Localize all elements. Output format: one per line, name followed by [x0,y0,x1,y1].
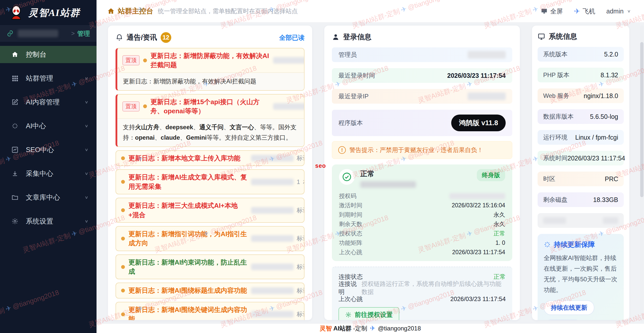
footer: 灵智AI站群-定制 ✈ @tiangong2018 [97,323,644,333]
sidebar-item-label: 文章库中心 [26,193,60,202]
row-label: Web 服务 [543,92,570,100]
notice-item[interactable]: 更新日志：新增AI围绕标题生成内容功能 标记已读 ∨ [116,283,305,298]
system-title: 系统信息 [549,32,577,41]
notices-title: 通告/资讯 [127,33,157,42]
sidebar-item-label: 站群管理 [26,74,53,83]
row-value: 授权链路运行正常，系统将自动维护后续心跳与功能数据 [362,280,506,296]
row-label: 管理员 [338,51,357,59]
redacted-label [543,217,566,224]
row-value: 正常 [494,230,505,237]
sidebar-item-console[interactable]: 控制台 [0,46,97,63]
system-row: 系统版本5.2.0 [538,47,624,62]
system-row: 时区PRC [538,172,624,186]
notice-date-redacted [251,155,294,161]
mark-read-link[interactable]: 标记已读 [303,178,305,186]
notice-date-redacted [251,207,294,214]
row-value: 2026/03/23 11:17:54 [450,295,506,303]
chevron-down-icon: ∨ [85,124,88,128]
mark-read-link[interactable]: 标记已读 [297,206,305,214]
notice-date-redacted [273,103,305,110]
notice-title: 更新日志：新增防屏蔽功能，有效解决AI拦截问题 [150,51,270,70]
row-label: 系统版本 [543,50,567,58]
system-row: 数据库版本5.6.50-log [538,109,624,124]
mark-all-read-link[interactable]: 全部已读 [279,33,305,42]
license-rows: 授权码激活时间2026/03/22 15:16:04到期时间永久剩余天数永久授权… [339,191,505,257]
home-icon [107,7,115,15]
page-subtitle: 统一管理全部站点，需单独配置时在页面内选择站点 [158,7,298,15]
scrollbar-thumb[interactable] [640,42,643,197]
link-icon [7,30,14,37]
user-menu[interactable]: admin ∨ [606,8,631,15]
site-manage-link[interactable]: 管理 [77,29,90,38]
promo-pill[interactable]: 持续在线更新 [544,300,594,315]
system-row: 运行环境Linux / fpm-fcgi [538,130,624,145]
mark-read-link[interactable]: 标记已读 [297,287,305,295]
row-value: 2026/03/23 11:17:54 [567,155,625,162]
row-value: Linux / fpm-fcgi [575,134,618,141]
seo-mark: seo [315,162,326,169]
gear-icon [345,311,352,318]
sidebar-item-label: 采集中心 [26,169,53,178]
notice-date-redacted [251,179,294,185]
system-row [538,213,624,228]
row-value: 永久 [494,220,505,228]
sidebar-item-label: AI内容管理 [26,98,60,107]
bullet-dot [121,265,125,269]
bullet-dot [121,237,125,240]
row-value: PRC [605,175,618,183]
info-row: 上次心跳2026/03/23 11:17:54 [339,248,505,257]
mark-read-link[interactable]: 标记已读 [297,310,305,318]
info-row: 到期时间永久 [339,210,505,219]
sidebar-item-sites[interactable]: 站群管理 ∨ [0,70,97,87]
notice-item[interactable]: 更新日志：新增本地文章上传入库功能 标记已读 ∨ [116,150,305,166]
mark-read-link[interactable]: 标记已读 [297,234,305,243]
chevron-down-icon: ∨ [85,100,88,104]
row-label: 授权码 [339,192,356,200]
row-label: 激活时间 [339,201,362,209]
home-icon [11,51,19,58]
login-title: 登录信息 [343,32,371,42]
notice-item[interactable]: 置顶 更新日志：新增防屏蔽功能，有效解决AI拦截问题 标记已读 ∧ 更新日志：新… [116,48,305,91]
row-value: nginx/1.18.0 [584,92,618,100]
vertical-scrollbar[interactable] [640,25,643,322]
notice-title: 更新日志：新增本地文章上传入库功能 [128,154,248,163]
system-rows: 系统版本5.2.0PHP 版本8.1.32Web 服务nginx/1.18.0数… [538,47,624,228]
notice-item[interactable]: 更新日志：新增AI约束词功能，防止乱生成 标记已读 ∨ [116,254,305,280]
sidebar-item-aicontent[interactable]: AI内容管理 ∨ [0,94,97,111]
notice-item[interactable]: 更新日志：新增三大生成模式AI+本地+混合 标记已读 ∨ [116,198,305,223]
sidebar-item-seo[interactable]: SEO中心 ∨ [0,141,97,158]
login-rows: 管理员最近登录时间2026/03/23 11:17:54最近登录IP程序版本鸿鹄… [332,47,512,136]
user-name: admin [606,8,623,15]
row-label: 功能矩阵 [339,239,362,247]
connection-rows: 连接状态正常连接说明授权链路运行正常，系统将自动维护后续心跳与功能数据上次心跳2… [338,271,506,305]
bullet-dot [143,59,147,62]
notice-item[interactable]: 更新日志：新增AI生成文章入库模式、复用无需采集 1标记已读 ∨ [116,169,305,194]
notice-item[interactable]: 更新日志：新增指引词功能，为AI指引生成方向 标记已读 ∨ [116,226,305,251]
notice-date-tail: 1 [297,178,300,186]
monitor-icon [541,8,548,15]
auth-settings-button[interactable]: 前往授权设置 [338,307,399,320]
chevron-down-icon: ∨ [85,76,88,81]
spark-icon [544,241,551,248]
notice-title: 更新日志：新增AI生成文章入库模式、复用无需采集 [128,173,248,191]
mark-read-link[interactable]: 标记已读 [297,263,305,271]
notice-body: 支持火山方舟、deepseek、通义千问、文言一心、等等。国外支持：openai… [117,118,304,146]
sidebar-item-settings[interactable]: 系统设置 ∨ [0,213,97,230]
notice-item[interactable]: 更新日志：新增AI围绕关键词生成内容功能 标记已读 ∨ [116,302,305,320]
notice-title: 更新日志：新增AI围绕关键词生成内容功能 [128,305,248,320]
sidebar-item-collect[interactable]: 采集中心 ∨ [0,165,97,182]
sidebar-item-library[interactable]: 文章库中心 ∨ [0,189,97,206]
plane-button[interactable]: ✈ 飞机 [574,7,595,15]
row-label: 最近登录时间 [338,71,375,80]
row-label: 连接说明 [338,280,362,296]
redacted-value [468,51,506,59]
notice-item[interactable]: 置顶 更新日志：新增15个api接口（火山方舟、openai等等） 标记已读 ∧… [116,94,305,147]
sidebar-item-aicenter[interactable]: AI中心 ∨ [0,117,97,135]
promo-pill[interactable]: 一次购买 [544,320,582,320]
login-row: 程序版本鸿鹄版 v11.8 [332,110,512,136]
fullscreen-button[interactable]: 全屏 [541,7,563,15]
info-row: 剩余天数永久 [339,219,505,229]
system-row: 系统时间2026/03/23 11:17:54 [538,151,624,165]
mark-read-link[interactable]: 标记已读 [297,154,305,162]
site-selector[interactable]: > 管理 [0,25,97,42]
